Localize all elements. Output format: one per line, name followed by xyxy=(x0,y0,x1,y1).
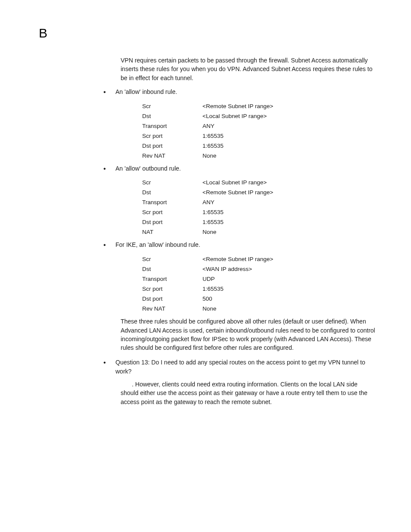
rule-key: Transport xyxy=(142,123,202,129)
rule-val: 500 xyxy=(202,296,377,302)
table-row: Scr port1:65535 xyxy=(142,207,377,217)
bullet-item: • For IKE, an 'allow' inbound rule. xyxy=(103,240,377,250)
rule-key: Rev NAT xyxy=(142,305,202,312)
table-row: Scr<Remote Subnet IP range> xyxy=(142,254,377,264)
rule-val: 1:65535 xyxy=(202,209,377,215)
rule-key: Scr xyxy=(142,179,202,186)
table-row: TransportANY xyxy=(142,121,377,131)
bullet-item: • An 'allow' inbound rule. xyxy=(103,87,377,97)
rule-val: <Local Subnet IP range> xyxy=(202,113,377,119)
rule-key: Scr port xyxy=(142,133,202,139)
rule-val: None xyxy=(202,305,377,312)
bullet-text: An 'allow' outbound rule. xyxy=(115,164,377,174)
rule-val: None xyxy=(202,152,377,159)
table-row: Scr<Remote Subnet IP range> xyxy=(142,101,377,111)
bullet-marker: • xyxy=(103,240,115,250)
table-row: NATNone xyxy=(142,227,377,237)
table-row: Rev NATNone xyxy=(142,304,377,314)
rule-key: Dst port xyxy=(142,296,202,302)
after-tables-paragraph: These three rules should be configured a… xyxy=(121,317,377,352)
intro-paragraph: VPN requires certain packets to be passe… xyxy=(121,56,377,82)
table-row: Dst<Local Subnet IP range> xyxy=(142,111,377,121)
chapter-letter: B xyxy=(39,26,377,40)
bullet-marker: • xyxy=(103,87,115,97)
table-row: TransportUDP xyxy=(142,274,377,284)
bullet-text: An 'allow' inbound rule. xyxy=(115,87,377,97)
question-text: Question 13: Do I need to add any specia… xyxy=(115,358,377,376)
rule-key: Transport xyxy=(142,199,202,205)
bullet-text: For IKE, an 'allow' inbound rule. xyxy=(115,240,377,250)
rule-val: 1:65535 xyxy=(202,219,377,225)
table-row: Dst port500 xyxy=(142,294,377,304)
rule-val: ANY xyxy=(202,199,377,205)
rule-val: <WAN IP address> xyxy=(202,266,377,272)
rule-val: ANY xyxy=(202,123,377,129)
table-row: Dst<WAN IP address> xyxy=(142,264,377,274)
rule-table: Scr<Remote Subnet IP range> Dst<Local Su… xyxy=(142,101,377,161)
rule-val: 1:65535 xyxy=(202,133,377,139)
bullet-marker: • xyxy=(103,164,115,174)
rule-val: <Local Subnet IP range> xyxy=(202,179,377,186)
rule-val: None xyxy=(202,229,377,235)
rule-val: <Remote Subnet IP range> xyxy=(202,256,377,262)
rule-val: 1:65535 xyxy=(202,143,377,149)
table-row: Rev NATNone xyxy=(142,151,377,161)
table-row: Scr port1:65535 xyxy=(142,284,377,294)
rule-val: UDP xyxy=(202,276,377,282)
rule-key: Scr port xyxy=(142,286,202,292)
rule-key: Dst xyxy=(142,189,202,196)
rule-key: Scr port xyxy=(142,209,202,215)
bullet-item: • An 'allow' outbound rule. xyxy=(103,164,377,174)
rule-key: Rev NAT xyxy=(142,152,202,159)
table-row: Dst port1:65535 xyxy=(142,217,377,227)
table-row: Dst port1:65535 xyxy=(142,141,377,151)
rule-key: Scr xyxy=(142,256,202,262)
answer-paragraph: . However, clients could need extra rout… xyxy=(121,380,377,406)
rule-key: Transport xyxy=(142,276,202,282)
rule-val: 1:65535 xyxy=(202,286,377,292)
table-row: TransportANY xyxy=(142,197,377,207)
rule-key: Dst xyxy=(142,266,202,272)
bullet-marker: • xyxy=(103,358,115,376)
rule-table: Scr<Local Subnet IP range> Dst<Remote Su… xyxy=(142,177,377,237)
rule-table: Scr<Remote Subnet IP range> Dst<WAN IP a… xyxy=(142,254,377,314)
rule-key: Dst port xyxy=(142,219,202,225)
table-row: Scr<Local Subnet IP range> xyxy=(142,177,377,187)
rule-key: Dst port xyxy=(142,143,202,149)
rule-val: <Remote Subnet IP range> xyxy=(202,103,377,109)
table-row: Scr port1:65535 xyxy=(142,131,377,141)
rule-val: <Remote Subnet IP range> xyxy=(202,189,377,196)
table-row: Dst<Remote Subnet IP range> xyxy=(142,187,377,197)
bullet-item: • Question 13: Do I need to add any spec… xyxy=(103,358,377,376)
rule-key: Dst xyxy=(142,113,202,119)
rule-key: Scr xyxy=(142,103,202,109)
rule-key: NAT xyxy=(142,229,202,235)
